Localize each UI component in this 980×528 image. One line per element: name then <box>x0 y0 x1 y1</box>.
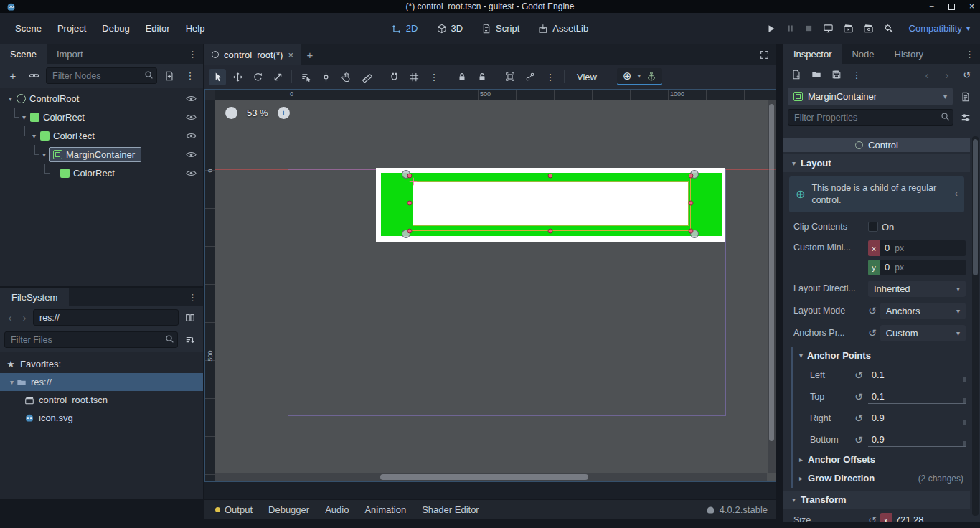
tree-row-colorrect2[interactable]: ▾ ColorRect <box>0 126 203 145</box>
folder-row-res[interactable]: ▾ res:// <box>0 373 203 391</box>
collapse-icon[interactable]: ▾ <box>29 132 39 140</box>
view-menu-button[interactable]: View <box>570 68 604 85</box>
zoom-out-button[interactable]: − <box>225 107 237 119</box>
file-row-icon-svg[interactable]: icon.svg <box>0 409 203 427</box>
tab-2d[interactable]: 2D <box>392 23 418 34</box>
load-resource-icon[interactable] <box>808 67 825 83</box>
anchor-bottom-field[interactable]: 0.9 <box>868 433 966 447</box>
scene-tab-control-root[interactable]: control_root(*) × <box>204 44 301 65</box>
current-path-input[interactable] <box>33 309 179 326</box>
anchor-points-header[interactable]: ▾ Anchor Points <box>793 347 970 364</box>
tab-node[interactable]: Node <box>842 44 884 64</box>
horizontal-ruler[interactable]: 0 500 1000 <box>215 90 776 100</box>
zoom-in-button[interactable]: + <box>278 107 290 119</box>
layout-direction-dropdown[interactable]: Inherited ▾ <box>868 280 966 297</box>
favorites-row[interactable]: ★ Favorites: <box>0 355 203 373</box>
collapse-icon[interactable]: ▾ <box>6 95 15 103</box>
inspector-back-icon[interactable]: ‹ <box>918 67 936 83</box>
selection-handle[interactable] <box>548 229 553 234</box>
open-docs-icon[interactable] <box>957 88 974 105</box>
pan-tool-button[interactable] <box>337 69 354 85</box>
maximize-icon[interactable] <box>948 4 955 10</box>
animation-button[interactable]: Animation <box>357 500 414 519</box>
play-button[interactable] <box>766 24 776 34</box>
revert-icon[interactable]: ↺ <box>854 370 863 380</box>
anchor-left-field[interactable]: 0.1 <box>868 368 966 382</box>
insert-key-icon[interactable]: ⊕ <box>623 70 632 82</box>
grid-snap-icon[interactable] <box>405 69 423 85</box>
control-class-header[interactable]: Control <box>783 138 970 152</box>
ruler-tool-button[interactable] <box>357 69 374 85</box>
size-x-field[interactable]: 721.28 <box>892 513 966 522</box>
audio-button[interactable]: Audio <box>317 500 357 519</box>
snap-options-icon[interactable]: ⋮ <box>425 69 443 85</box>
anchor-right-field[interactable]: 0.9 <box>868 411 966 425</box>
group-node-icon[interactable] <box>501 69 519 85</box>
canvas-vscrollbar[interactable] <box>769 104 774 441</box>
dock-menu-icon[interactable]: ⋮ <box>182 44 203 64</box>
filter-properties-input[interactable] <box>788 109 953 126</box>
visibility-eye-icon[interactable] <box>186 95 197 103</box>
tree-row-colorrect3[interactable]: ColorRect <box>0 164 203 182</box>
close-tab-icon[interactable]: × <box>288 50 293 60</box>
save-resource-icon[interactable] <box>828 67 845 83</box>
rotate-tool-button[interactable] <box>249 69 266 85</box>
instantiate-scene-button[interactable] <box>25 67 42 84</box>
revert-icon[interactable]: ↺ <box>868 306 877 316</box>
canvas-vscrollbar-track[interactable] <box>768 100 776 473</box>
tab-history[interactable]: History <box>885 44 933 64</box>
node-selector-dropdown[interactable]: MarginContainer ▾ <box>788 88 953 105</box>
pivot-marker[interactable] <box>410 178 418 186</box>
play-scene-button[interactable] <box>843 23 854 34</box>
scale-tool-button[interactable] <box>269 69 286 85</box>
tab-import[interactable]: Import <box>47 44 93 64</box>
debugger-button[interactable]: Debugger <box>260 500 317 519</box>
visibility-eye-icon[interactable] <box>186 113 197 121</box>
inspector-forward-icon[interactable]: › <box>938 67 956 83</box>
filter-options-icon[interactable] <box>957 109 974 126</box>
revert-icon[interactable]: ↺ <box>854 392 863 402</box>
revert-icon[interactable]: ↺ <box>868 515 877 522</box>
file-row-scene[interactable]: control_root.tscn <box>0 391 203 409</box>
selection-handle[interactable] <box>548 174 553 179</box>
anchor-offsets-header[interactable]: ▸ Anchor Offsets <box>793 451 970 469</box>
custom-min-x-field[interactable]: 0 px <box>880 240 966 256</box>
file-sort-icon[interactable] <box>182 331 199 348</box>
history-forward-icon[interactable]: › <box>19 311 30 324</box>
anchors-preset-dropdown[interactable]: Custom ▾ <box>880 325 966 341</box>
pause-button[interactable] <box>786 24 795 33</box>
layout-section-header[interactable]: ▾ Layout <box>783 154 970 172</box>
filter-nodes-input[interactable] <box>46 67 157 84</box>
expand-viewport-icon[interactable] <box>753 44 776 65</box>
visibility-eye-icon[interactable] <box>186 132 197 140</box>
selection-handle[interactable] <box>689 174 694 179</box>
select-tool-button[interactable] <box>209 69 226 85</box>
list-select-tool-button[interactable] <box>297 69 314 85</box>
canvas-hscrollbar-track[interactable] <box>215 473 767 481</box>
revert-icon[interactable]: ↺ <box>868 328 877 338</box>
history-back-icon[interactable]: ‹ <box>4 311 16 324</box>
collapse-icon[interactable]: ▾ <box>19 113 29 121</box>
grow-direction-header[interactable]: ▸ Grow Direction (2 changes) <box>793 469 970 488</box>
collapse-icon[interactable]: ▾ <box>7 378 17 386</box>
smart-snap-icon[interactable] <box>385 69 402 85</box>
inspector-scrollbar-track[interactable] <box>972 136 979 516</box>
scene-tree-menu-icon[interactable]: ⋮ <box>182 67 199 84</box>
movie-maker-button[interactable] <box>823 23 834 34</box>
stop-button[interactable] <box>804 24 814 33</box>
revert-icon[interactable]: ↺ <box>854 435 863 445</box>
new-scene-tab-button[interactable]: + <box>301 44 319 65</box>
anchor-mode-icon[interactable] <box>646 71 656 81</box>
resource-menu-icon[interactable]: ⋮ <box>848 67 865 83</box>
menu-editor[interactable]: Editor <box>138 19 178 39</box>
move-tool-button[interactable] <box>229 69 246 85</box>
unlock-node-icon[interactable] <box>473 69 491 85</box>
selection-handle[interactable] <box>407 229 413 234</box>
output-button[interactable]: Output <box>207 500 260 519</box>
lock-node-icon[interactable] <box>453 69 471 85</box>
menu-project[interactable]: Project <box>50 19 94 39</box>
tab-assetlib[interactable]: AssetLib <box>538 23 588 34</box>
filter-files-input[interactable] <box>4 331 178 348</box>
menu-scene[interactable]: Scene <box>7 19 50 39</box>
menu-help[interactable]: Help <box>178 19 213 39</box>
